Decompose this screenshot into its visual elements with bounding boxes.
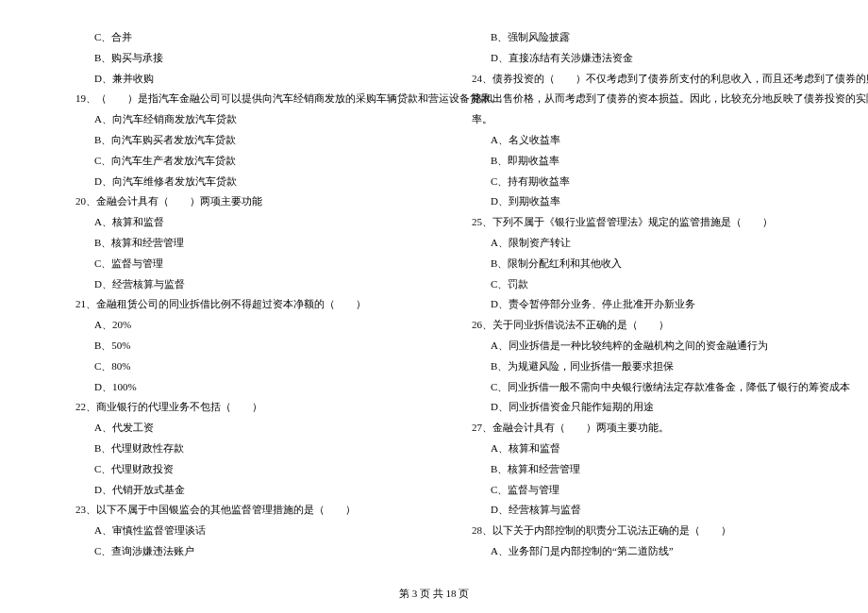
answer-option: D、责令暂停部分业务、停止批准开办新业务 (472, 295, 830, 314)
question-text: 22、商业银行的代理业务不包括（ ） (75, 398, 396, 417)
answer-option: B、购买与承接 (75, 49, 396, 68)
answer-option: C、查询涉嫌违法账户 (75, 542, 396, 561)
answer-option: B、强制风险披露 (472, 28, 830, 47)
answer-option: B、50% (75, 337, 396, 356)
question-text: 20、金融会计具有（ ）两项主要功能 (75, 192, 396, 211)
answer-option: B、核算和经营管理 (75, 234, 396, 253)
answer-option: A、20% (75, 316, 396, 335)
question-text: 28、以下关于内部控制的职责分工说法正确的是（ ） (472, 522, 830, 540)
answer-option: D、经营核算与监督 (472, 501, 830, 520)
answer-option: A、核算和监督 (75, 213, 396, 232)
answer-option: C、持有期收益率 (472, 173, 830, 191)
answer-option: D、100% (75, 378, 396, 397)
answer-option: C、同业拆借一般不需向中央银行缴纳法定存款准备金，降低了银行的筹资成本 (472, 378, 830, 397)
right-column: B、强制风险披露D、直接冻结有关涉嫌违法资金24、债券投资的（ ）不仅考虑到了债… (434, 28, 868, 575)
answer-option: A、审慎性监督管理谈话 (75, 522, 396, 540)
answer-option: B、代理财政性存款 (75, 439, 396, 458)
answer-option: C、监督与管理 (472, 481, 830, 500)
answer-option: A、代发工资 (75, 419, 396, 438)
answer-option: D、直接冻结有关涉嫌违法资金 (472, 49, 830, 68)
answer-option: A、限制资产转让 (472, 234, 830, 253)
page-number: 第 3 页 共 18 页 (0, 585, 868, 604)
question-text: 19、（ ）是指汽车金融公司可以提供向汽车经销商发放的采购车辆贷款和营运设备贷款… (75, 90, 396, 108)
question-text: 26、关于同业拆借说法不正确的是（ ） (472, 316, 830, 335)
question-text: 24、债券投资的（ ）不仅考虑到了债券所支付的利息收入，而且还考虑到了债券的购买… (472, 70, 830, 89)
question-text: 率。 (472, 110, 830, 129)
answer-option: C、向汽车生产者发放汽车贷款 (75, 152, 396, 171)
answer-option: B、向汽车购买者发放汽车贷款 (75, 131, 396, 150)
page-container: C、合并B、购买与承接D、兼并收购19、（ ）是指汽车金融公司可以提供向汽车经销… (0, 28, 868, 575)
answer-option: C、罚款 (472, 275, 830, 294)
answer-option: B、限制分配红利和其他收入 (472, 255, 830, 273)
answer-option: A、业务部门是内部控制的“第二道防线” (472, 542, 830, 561)
answer-option: A、向汽车经销商发放汽车贷款 (75, 110, 396, 129)
answer-option: A、名义收益率 (472, 131, 830, 150)
answer-option: D、向汽车维修者发放汽车贷款 (75, 173, 396, 191)
answer-option: D、代销开放式基金 (75, 481, 396, 500)
question-text: 25、下列不属于《银行业监督管理法》规定的监管措施是（ ） (472, 213, 830, 232)
answer-option: C、80% (75, 357, 396, 376)
question-text: 21、金融租赁公司的同业拆借比例不得超过资本净额的（ ） (75, 295, 396, 314)
answer-option: D、到期收益率 (472, 192, 830, 211)
left-column: C、合并B、购买与承接D、兼并收购19、（ ）是指汽车金融公司可以提供向汽车经销… (0, 28, 434, 575)
answer-option: D、同业拆借资金只能作短期的用途 (472, 398, 830, 417)
answer-option: C、代理财政投资 (75, 460, 396, 479)
answer-option: B、即期收益率 (472, 152, 830, 171)
answer-option: B、为规避风险，同业拆借一般要求担保 (472, 357, 830, 376)
answer-option: A、同业拆借是一种比较纯粹的金融机构之间的资金融通行为 (472, 337, 830, 356)
question-text: 格和出售价格，从而考虑到了债券的资本损益。因此，比较充分地反映了债券投资的实际收… (472, 90, 830, 108)
answer-option: C、合并 (75, 28, 396, 47)
question-text: 27、金融会计具有（ ）两项主要功能。 (472, 419, 830, 438)
answer-option: C、监督与管理 (75, 255, 396, 273)
answer-option: D、兼并收购 (75, 70, 396, 89)
question-text: 23、以下不属于中国银监会的其他监督管理措施的是（ ） (75, 501, 396, 520)
answer-option: B、核算和经营管理 (472, 460, 830, 479)
answer-option: D、经营核算与监督 (75, 275, 396, 294)
answer-option: A、核算和监督 (472, 439, 830, 458)
